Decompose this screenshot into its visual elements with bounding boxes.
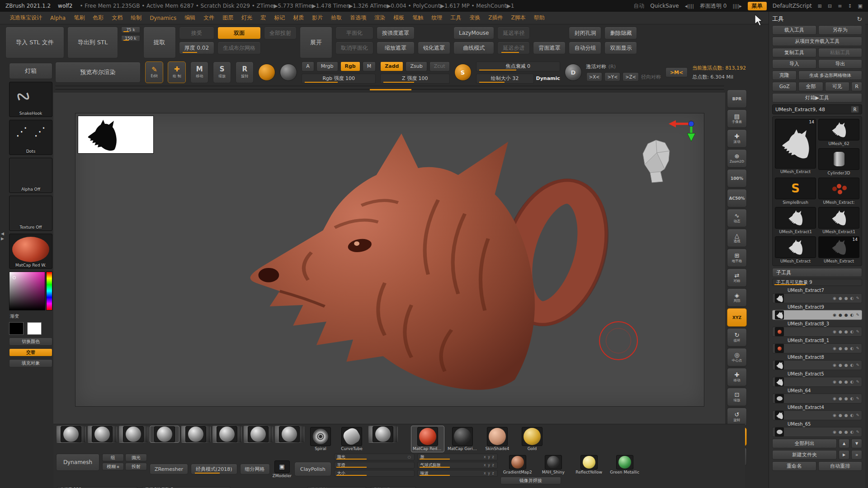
edit-subtool-icon[interactable]: [856, 363, 859, 367]
tool-thumbnail-item[interactable]: S UMesh_Extract: [775, 236, 816, 263]
material-item[interactable]: Green Metallic: [608, 454, 642, 476]
edit-subtool-icon[interactable]: [856, 396, 859, 401]
shelf-button[interactable]: 延迟步进: [497, 42, 530, 54]
uv-toggle-icon[interactable]: [844, 296, 848, 300]
menu-item[interactable]: 首选项: [346, 12, 370, 23]
paste-tool-button[interactable]: 粘贴工具: [818, 48, 863, 57]
subtool-row[interactable]: UMesh_Extract8: [772, 355, 862, 370]
shelf-button[interactable]: 全部投射: [264, 27, 297, 39]
move-mode-button[interactable]: M 移动: [190, 61, 208, 83]
zremesher-button[interactable]: ZRemesher: [150, 464, 188, 474]
shelf-button[interactable]: 平面化: [335, 27, 373, 39]
menu-item[interactable]: 克造珠宝设计: [5, 12, 46, 23]
default-zscript-button[interactable]: DefaultZScript: [773, 3, 812, 9]
slider-axis-toggles[interactable]: x y z: [484, 463, 495, 467]
interface-slider-left-icon[interactable]: [685, 3, 694, 9]
menu-item[interactable]: 影片: [308, 12, 327, 23]
canvas-control-button[interactable]: 对称: [727, 268, 747, 287]
symmetry-m-button[interactable]: >M<: [665, 67, 688, 77]
save-as-button[interactable]: 另存为: [818, 25, 863, 35]
canvas-control-button[interactable]: 局部: [727, 288, 747, 307]
menu-toggle-button[interactable]: 菜单: [748, 2, 767, 10]
tray-slider[interactable]: 平滑: [334, 462, 415, 469]
dynamesh-button[interactable]: Dynamesh: [56, 454, 99, 471]
menu-item[interactable]: 色彩: [89, 12, 108, 23]
subtool-row[interactable]: UMesh_Extract9: [772, 305, 862, 320]
tray-selector-item[interactable]: Dots: [9, 120, 52, 155]
tray-selector-item[interactable]: Alpha Off: [9, 158, 52, 193]
shelf-button[interactable]: 导出到 STL: [67, 27, 118, 58]
current-tool-row[interactable]: UMesh_Extract9, 48 R: [772, 104, 862, 114]
stroke-curve-icon[interactable]: S: [454, 64, 472, 81]
menu-item[interactable]: 图层: [218, 12, 237, 23]
interface-slider-right-icon[interactable]: [732, 3, 741, 9]
list-all-button[interactable]: 全部列出: [772, 439, 837, 448]
refresh-icon[interactable]: [857, 15, 862, 23]
menu-item[interactable]: Z脚本: [507, 12, 530, 23]
shelf-button[interactable]: 缩放遮罩: [377, 42, 415, 54]
window-icon[interactable]: [858, 3, 863, 9]
lightbox-button[interactable]: 灯箱: [9, 63, 52, 79]
menu-item[interactable]: Dynamics: [146, 13, 180, 23]
shelf-button[interactable]: 锐化遮罩: [418, 42, 450, 54]
menu-item[interactable]: Z插件: [484, 12, 507, 23]
edit-subtool-icon[interactable]: [856, 296, 859, 300]
saturation-value-area[interactable]: [9, 272, 45, 310]
dynamic-perspective-icon[interactable]: D: [565, 64, 582, 81]
tool-thumbnail-item[interactable]: S UMesh_62: [818, 119, 859, 146]
zadd-toggle[interactable]: Zadd: [380, 61, 403, 71]
tray-slider[interactable]: 抛光 ○: [334, 454, 415, 460]
uv-toggle-icon[interactable]: [844, 413, 848, 418]
claypolish-button[interactable]: ClayPolish: [294, 462, 331, 476]
scale-mode-button[interactable]: S 缩放: [213, 61, 231, 83]
tray-slider[interactable]: 气球式膨胀 x y z: [417, 462, 498, 469]
brush-item[interactable]: CurveTube: [337, 426, 367, 452]
visibility-eye-icon[interactable]: [833, 396, 836, 401]
mask-toggle-icon[interactable]: [850, 363, 854, 367]
visibility-eye-icon[interactable]: [833, 363, 836, 367]
edit-subtool-icon[interactable]: [856, 313, 859, 317]
shelf-button[interactable]: 75 k: [121, 27, 140, 33]
target-polygons-slider[interactable]: 目标多边形数 5: [142, 486, 231, 488]
canvas-control-button[interactable]: 旋转: [727, 408, 747, 426]
brush-item[interactable]: Inflat: [243, 426, 273, 443]
material-item[interactable]: MAH_Shiny: [536, 454, 571, 476]
menu-item[interactable]: 材质: [289, 12, 308, 23]
shelf-button[interactable]: 双面: [217, 27, 261, 39]
uv-toggle-icon[interactable]: [844, 396, 848, 401]
tray-selector-item[interactable]: Texture Off: [9, 196, 52, 231]
fill-object-button[interactable]: 填充对象: [9, 359, 52, 367]
uv-toggle-icon[interactable]: [844, 430, 848, 434]
new-folder-button[interactable]: 新建文件夹: [772, 450, 837, 460]
draw-mode-button[interactable]: ✚ 绘 制: [168, 61, 186, 83]
lightbox-tool-button[interactable]: 灯箱▶工具: [772, 93, 862, 103]
subtool-row[interactable]: UMesh_64: [772, 388, 862, 404]
edit-subtool-icon[interactable]: [856, 413, 859, 418]
document-minimap[interactable]: [78, 116, 154, 154]
shelf-button[interactable]: 双面显示: [604, 42, 637, 54]
tool-thumbnail-item[interactable]: S 14 UMesh_Extract: [775, 119, 816, 175]
alternate-button[interactable]: 交替: [9, 348, 52, 357]
edit-subtool-icon[interactable]: [856, 329, 859, 334]
menu-item[interactable]: 灯光: [237, 12, 256, 23]
shelf-button[interactable]: 生成布尔网格: [217, 42, 261, 54]
rgb-toggle[interactable]: Rgb: [340, 61, 360, 71]
group-button[interactable]: 组: [102, 454, 124, 461]
wolf-ring-model[interactable]: [225, 122, 632, 399]
z-intensity-slider[interactable]: Z 强度 100: [380, 74, 449, 84]
clone-button[interactable]: 克隆: [772, 70, 797, 80]
shelf-button[interactable]: 接受: [179, 27, 215, 39]
canvas-control-button[interactable]: 循环: [727, 328, 747, 347]
move-to-folder-button[interactable]: [839, 450, 849, 460]
brush-item[interactable]: SnakeHook: [150, 426, 179, 443]
tool-thumbnail-item[interactable]: S UMesh_Extract:: [818, 178, 859, 205]
shelf-button[interactable]: 按强度遮罩: [377, 27, 415, 39]
menus-icon[interactable]: [838, 3, 842, 9]
all-button[interactable]: 全部: [798, 82, 823, 91]
canvas-control-button[interactable]: 动态: [727, 209, 747, 227]
canvas-control-button[interactable]: XYZ: [727, 308, 747, 327]
subtool-down-button[interactable]: [851, 439, 862, 448]
mask-toggle-icon[interactable]: [850, 430, 854, 434]
canvas-control-button[interactable]: 地平格: [727, 249, 747, 267]
menu-item[interactable]: 工具: [446, 12, 465, 23]
